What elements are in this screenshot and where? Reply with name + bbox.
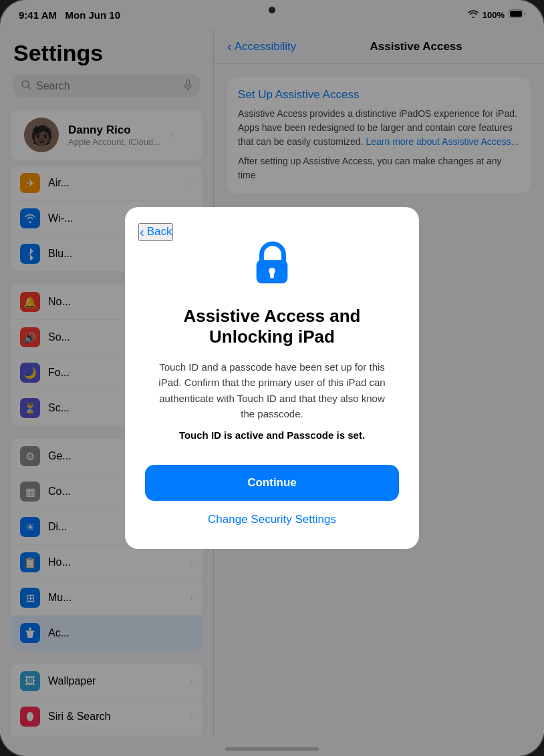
modal-back-chevron-icon: ‹ [140,224,144,240]
change-security-button[interactable]: Change Security Settings [205,510,339,529]
modal-back-button[interactable]: ‹ Back [138,223,173,241]
lock-icon [252,240,292,287]
modal-body: Touch ID and a passcode have been set up… [158,359,386,421]
modal-overlay: ‹ Back Assistive Access andUnlocking iPa… [0,0,544,756]
ipad-frame: 9:41 AM Mon Jun 10 100% [0,0,544,756]
svg-rect-10 [270,272,274,278]
lock-icon-wrap [252,240,292,290]
modal-back-label: Back [147,225,172,238]
assistive-access-modal: ‹ Back Assistive Access andUnlocking iPa… [125,207,419,549]
modal-status: Touch ID is active and Passcode is set. [179,429,365,441]
continue-button[interactable]: Continue [145,465,399,501]
modal-title: Assistive Access andUnlocking iPad [184,306,361,347]
